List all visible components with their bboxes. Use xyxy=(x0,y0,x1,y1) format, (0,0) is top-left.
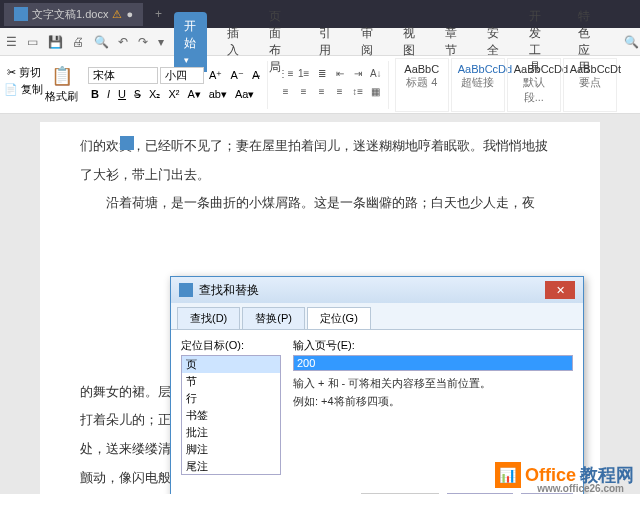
watermark-icon: 📊 xyxy=(495,462,521,488)
indent-dec-icon[interactable]: ⇤ xyxy=(332,68,348,84)
list-item[interactable]: 页 xyxy=(182,356,280,373)
align-right-icon[interactable]: ≡ xyxy=(314,86,330,102)
cut-button[interactable]: ✂ 剪切 xyxy=(7,65,41,80)
style-preview: AaBbCcDd xyxy=(458,63,498,75)
style-label: 标题 4 xyxy=(402,75,442,90)
align-left-icon[interactable]: ≡ xyxy=(278,86,294,102)
margin-marker-icon[interactable] xyxy=(120,136,134,150)
multilevel-icon[interactable]: ≣ xyxy=(314,68,330,84)
target-label: 定位目标(O): xyxy=(181,338,281,353)
tab-reference[interactable]: 引用 xyxy=(309,19,341,65)
dialog-title: 查找和替换 xyxy=(199,282,259,299)
style-label: 要点 xyxy=(570,75,610,90)
goto-button[interactable]: 定位(T) xyxy=(447,493,513,494)
cut-label: 剪切 xyxy=(19,66,41,78)
list-item[interactable]: 节 xyxy=(182,373,280,390)
shading-icon[interactable]: ▦ xyxy=(368,86,384,102)
tab-goto[interactable]: 定位(G) xyxy=(307,307,371,329)
number-list-icon[interactable]: 1≡ xyxy=(296,68,312,84)
close-button[interactable]: ✕ xyxy=(545,281,575,299)
list-item[interactable]: 行 xyxy=(182,390,280,407)
font-size-select[interactable] xyxy=(160,67,204,84)
paragraph-group: ⋮≡ 1≡ ≣ ⇤ ⇥ A↓ ≡ ≡ ≡ ≡ ↕≡ ▦ xyxy=(274,61,389,109)
style-item[interactable]: AaBbC标题 4 xyxy=(395,58,449,112)
dialog-titlebar[interactable]: 查找和替换 ✕ xyxy=(171,277,583,303)
preview-icon[interactable]: 🔍 xyxy=(94,35,108,49)
bold-icon[interactable]: B xyxy=(88,86,102,103)
input-label: 输入页号(E): xyxy=(293,338,573,353)
justify-icon[interactable]: ≡ xyxy=(332,86,348,102)
style-preview: AaBbC xyxy=(402,63,442,75)
clear-format-icon[interactable]: A̶ xyxy=(249,67,263,84)
sup-icon[interactable]: X² xyxy=(165,86,182,103)
copy-button[interactable]: 📄 复制 xyxy=(4,82,43,97)
font-group: A⁺ A⁻ A̶ B I U S̶ X₂ X² A▾ ab▾ Aa▾ xyxy=(84,61,268,109)
style-item[interactable]: AaBbCcDt要点 xyxy=(563,58,617,112)
font-color-icon[interactable]: A▾ xyxy=(184,86,203,103)
print-icon[interactable]: 🖨 xyxy=(72,35,84,49)
bullet-list-icon[interactable]: ⋮≡ xyxy=(278,68,294,84)
goto-target-listbox[interactable]: 页 节 行 书签 批注 脚注 尾注 xyxy=(181,355,281,475)
paste-icon[interactable]: 📋 xyxy=(51,65,73,87)
list-item[interactable]: 脚注 xyxy=(182,441,280,458)
paragraph: 沿着荷塘，是一条曲折的小煤屑路。这是一条幽僻的路；白天也少人走，夜 xyxy=(80,189,560,218)
hint-line: 输入 + 和 - 可将相关内容移至当前位置。 xyxy=(293,375,573,393)
strike-icon[interactable]: S̶ xyxy=(131,86,144,103)
dropdown-icon[interactable]: ▾ xyxy=(158,35,164,49)
style-item[interactable]: AaBbCcDd超链接 xyxy=(451,58,505,112)
style-item[interactable]: AaBbCcDd默认段... xyxy=(507,58,561,112)
indent-inc-icon[interactable]: ⇥ xyxy=(350,68,366,84)
shrink-font-icon[interactable]: A⁻ xyxy=(227,67,246,84)
italic-icon[interactable]: I xyxy=(104,86,113,103)
list-item[interactable]: 尾注 xyxy=(182,458,280,475)
grow-font-icon[interactable]: A⁺ xyxy=(206,67,225,84)
list-item[interactable]: 批注 xyxy=(182,424,280,441)
dialog-tabs: 查找(D) 替换(P) 定位(G) xyxy=(171,303,583,329)
new-icon[interactable]: ▭ xyxy=(27,35,38,49)
menu-icon[interactable]: ☰ xyxy=(6,35,17,49)
style-label: 默认段... xyxy=(514,75,554,105)
style-preview: AaBbCcDd xyxy=(514,63,554,75)
tab-find[interactable]: 查找(D) xyxy=(177,307,240,329)
tab-review[interactable]: 审阅 xyxy=(351,19,383,65)
style-gallery: AaBbC标题 4 AaBbCcDd超链接 AaBbCcDd默认段... AaB… xyxy=(395,58,617,112)
ribbon: ✂ 剪切 📄 复制 📋 格式刷 A⁺ A⁻ A̶ B I U S̶ X₂ X² … xyxy=(0,56,640,114)
copy-label: 复制 xyxy=(21,83,43,95)
format-painter[interactable]: 格式刷 xyxy=(45,89,78,104)
tab-replace[interactable]: 替换(P) xyxy=(242,307,305,329)
list-item[interactable]: 书签 xyxy=(182,407,280,424)
hint-text: 输入 + 和 - 可将相关内容移至当前位置。 例如: +4将前移四项。 xyxy=(293,375,573,410)
tab-insert[interactable]: 插入 xyxy=(217,19,249,65)
quick-access-toolbar: ☰ ▭ 💾 🖨 🔍 ↶ ↷ ▾ 开始 插入 页面布局 引用 审阅 视图 章节 安… xyxy=(0,28,640,56)
change-case-icon[interactable]: Aa▾ xyxy=(232,86,257,103)
watermark-url: www.office26.com xyxy=(537,483,624,494)
page-number-input[interactable] xyxy=(293,355,573,371)
underline-icon[interactable]: U xyxy=(115,86,129,103)
sort-icon[interactable]: A↓ xyxy=(368,68,384,84)
style-label: 超链接 xyxy=(458,75,498,90)
watermark: 📊 Office教程网 www.office26.com xyxy=(495,462,634,488)
undo-icon[interactable]: ↶ xyxy=(118,35,128,49)
redo-icon[interactable]: ↷ xyxy=(138,35,148,49)
dialog-buttons: 前一处(S) 定位(T) 关闭 xyxy=(181,493,573,494)
highlight-icon[interactable]: ab▾ xyxy=(206,86,230,103)
font-family-select[interactable] xyxy=(88,67,158,84)
dialog-icon xyxy=(179,283,193,297)
save-icon[interactable]: 💾 xyxy=(48,35,62,49)
style-preview: AaBbCcDt xyxy=(570,63,610,75)
hint-line: 例如: +4将前移四项。 xyxy=(293,393,573,411)
paragraph: 们的欢笑，已经听不见了；妻在屋里拍着闰儿，迷迷糊糊地哼着眠歌。我悄悄地披了大衫，… xyxy=(80,132,560,189)
line-spacing-icon[interactable]: ↕≡ xyxy=(350,86,366,102)
align-center-icon[interactable]: ≡ xyxy=(296,86,312,102)
document-area: 们的欢笑，已经听不见了；妻在屋里拍着闰儿，迷迷糊糊地哼着眠歌。我悄悄地披了大衫，… xyxy=(0,114,640,494)
sub-icon[interactable]: X₂ xyxy=(146,86,163,103)
prev-button: 前一处(S) xyxy=(361,493,439,494)
